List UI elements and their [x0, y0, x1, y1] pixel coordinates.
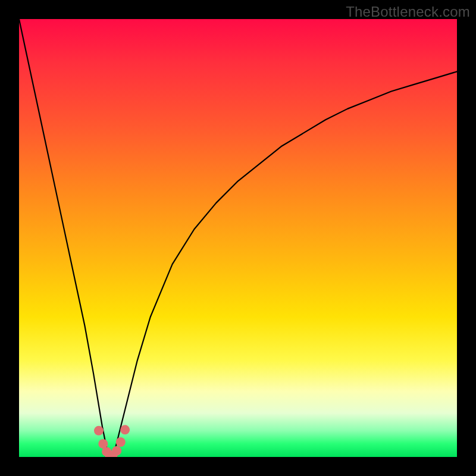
bottleneck-curve — [19, 19, 457, 457]
highlight-dot — [94, 426, 104, 436]
chart-frame: TheBottleneck.com — [0, 0, 476, 476]
highlight-dot — [116, 437, 126, 447]
highlight-dot — [112, 446, 121, 456]
highlight-dot — [120, 425, 130, 434]
curve-svg — [19, 19, 457, 457]
plot-area — [19, 19, 457, 457]
highlight-dots — [94, 425, 130, 457]
watermark-text: TheBottleneck.com — [346, 4, 470, 20]
